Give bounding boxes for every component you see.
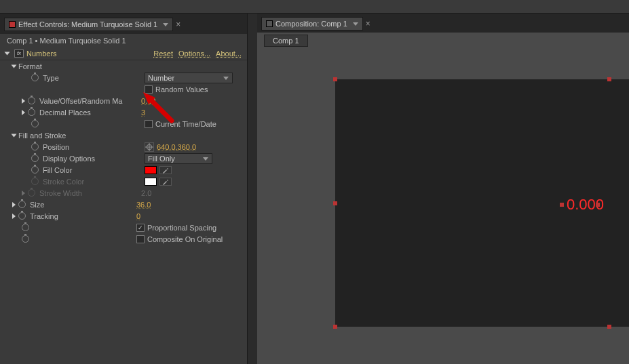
decimal-places-row: Decimal Places 3 <box>0 106 247 118</box>
group-label: Fill and Stroke <box>18 132 120 140</box>
close-tab-button[interactable]: × <box>176 20 180 29</box>
fill-stroke-group[interactable]: Fill and Stroke <box>0 129 247 141</box>
twirl-icon[interactable] <box>22 190 25 196</box>
numbers-layer[interactable]: 0.000 <box>560 196 600 214</box>
prop-label: Stroke Width <box>39 189 141 197</box>
tab-label: Composition: Comp 1 <box>275 20 347 28</box>
fill-color-row: Fill Color <box>0 164 247 176</box>
decimal-places-value[interactable]: 3 <box>141 108 145 117</box>
selection-handle[interactable] <box>560 203 564 207</box>
position-value[interactable]: 640.0,360.0 <box>157 143 196 151</box>
size-row: Size 36.0 <box>0 199 247 210</box>
prop-label: Type <box>43 74 145 82</box>
comp-subtab-strip: Comp 1 <box>257 33 629 49</box>
fill-color-swatch[interactable] <box>145 166 157 174</box>
composite-checkbox[interactable] <box>136 235 145 243</box>
tab-menu-icon[interactable] <box>353 22 358 26</box>
twirl-icon[interactable] <box>12 134 17 137</box>
selection-handle[interactable] <box>596 203 600 207</box>
comp-subtab[interactable]: Comp 1 <box>264 35 308 47</box>
toolbar-top <box>0 0 629 14</box>
prop-label: Position <box>43 143 145 151</box>
stopwatch-icon[interactable] <box>31 120 39 127</box>
checkbox-label: Current Time/Date <box>155 120 216 128</box>
prop-label: Stroke Color <box>43 178 145 186</box>
stopwatch-icon[interactable] <box>18 212 26 220</box>
stopwatch-icon[interactable] <box>28 189 35 197</box>
effect-name: Numbers <box>26 49 57 58</box>
display-options-select[interactable]: Fill Only <box>145 153 212 164</box>
effect-header[interactable]: fx Numbers Reset Options... About... <box>0 47 247 60</box>
prop-label: Display Options <box>43 155 145 163</box>
composition-tab[interactable]: Composition: Comp 1 <box>261 17 363 31</box>
effect-properties: Format Type Number Random Values <box>0 60 247 364</box>
twirl-icon[interactable] <box>12 202 16 207</box>
selection-handle[interactable] <box>607 77 611 81</box>
stopwatch-icon[interactable] <box>22 235 29 243</box>
tab-menu-icon[interactable] <box>163 23 168 26</box>
stroke-width-row: Stroke Width 2.0 <box>0 187 247 199</box>
composition-canvas[interactable]: 0.000 <box>335 79 629 327</box>
twirl-icon[interactable] <box>12 214 16 219</box>
random-values-row: Random Values <box>0 83 247 95</box>
stroke-color-swatch[interactable] <box>145 178 157 186</box>
tracking-value[interactable]: 0 <box>136 212 140 220</box>
tab-label: Effect Controls: Medium Turquoise Solid … <box>18 20 157 28</box>
proportional-row: ✓ Proportional Spacing <box>0 222 247 233</box>
stopwatch-icon[interactable] <box>22 224 29 231</box>
random-values-checkbox[interactable] <box>145 85 153 94</box>
effect-controls-panel: Effect Controls: Medium Turquoise Solid … <box>0 0 248 364</box>
size-value[interactable]: 36.0 <box>136 201 151 209</box>
stopwatch-icon[interactable] <box>28 108 35 116</box>
tracking-row: Tracking 0 <box>0 210 247 222</box>
stopwatch-icon[interactable] <box>31 166 39 174</box>
type-select[interactable]: Number <box>145 73 233 83</box>
value-offset-value[interactable]: 0.00 <box>141 97 155 105</box>
current-time-checkbox[interactable] <box>145 120 153 128</box>
eyedropper-icon[interactable] <box>159 166 172 174</box>
composition-viewer[interactable]: 0.000 <box>257 49 629 364</box>
stopwatch-icon[interactable] <box>31 178 39 185</box>
panel-tab-strip: Effect Controls: Medium Turquoise Solid … <box>0 14 247 34</box>
eyedropper-icon[interactable] <box>159 178 172 186</box>
twirl-icon[interactable] <box>12 64 17 68</box>
panel-divider[interactable] <box>248 0 257 364</box>
close-tab-button[interactable]: × <box>366 19 370 28</box>
prop-label: Decimal Places <box>39 108 141 117</box>
twirl-icon[interactable] <box>22 98 25 104</box>
comp-tab-strip: Composition: Comp 1 × <box>257 14 629 33</box>
twirl-icon[interactable] <box>5 52 10 56</box>
about-link[interactable]: About... <box>216 49 242 58</box>
reset-link[interactable]: Reset <box>153 49 173 58</box>
format-group[interactable]: Format <box>0 60 247 72</box>
stopwatch-icon[interactable] <box>28 97 35 104</box>
stopwatch-icon[interactable] <box>18 201 26 208</box>
breadcrumb: Comp 1 • Medium Turquoise Solid 1 <box>0 34 247 47</box>
twirl-icon[interactable] <box>22 110 25 115</box>
value-offset-row: Value/Offset/Random Ma 0.00 <box>0 95 247 106</box>
position-row: Position 640.0,360.0 <box>0 141 247 153</box>
selection-handle[interactable] <box>333 325 337 329</box>
prop-label: Tracking <box>30 212 132 220</box>
selection-handle[interactable] <box>333 201 337 205</box>
type-row: Type Number <box>0 72 247 83</box>
prop-label: Size <box>30 201 132 209</box>
position-crosshair-icon[interactable] <box>145 142 154 152</box>
stopwatch-icon[interactable] <box>31 74 39 81</box>
comp-icon <box>266 20 273 27</box>
checkbox-label: Random Values <box>155 85 208 94</box>
display-options-row: Display Options Fill Only <box>0 153 247 164</box>
selection-handle[interactable] <box>333 77 337 81</box>
stroke-width-value[interactable]: 2.0 <box>141 189 151 197</box>
group-label: Format <box>18 62 120 70</box>
select-value: Number <box>148 74 174 82</box>
options-link[interactable]: Options... <box>178 49 210 58</box>
fx-toggle[interactable]: fx <box>14 49 24 58</box>
checkbox-label: Proportional Spacing <box>147 224 216 232</box>
proportional-checkbox[interactable]: ✓ <box>136 224 145 232</box>
effect-controls-tab[interactable]: Effect Controls: Medium Turquoise Solid … <box>4 18 173 31</box>
selection-handle[interactable] <box>607 325 611 329</box>
stopwatch-icon[interactable] <box>31 155 39 162</box>
stopwatch-icon[interactable] <box>31 143 39 150</box>
prop-label: Fill Color <box>43 166 145 174</box>
